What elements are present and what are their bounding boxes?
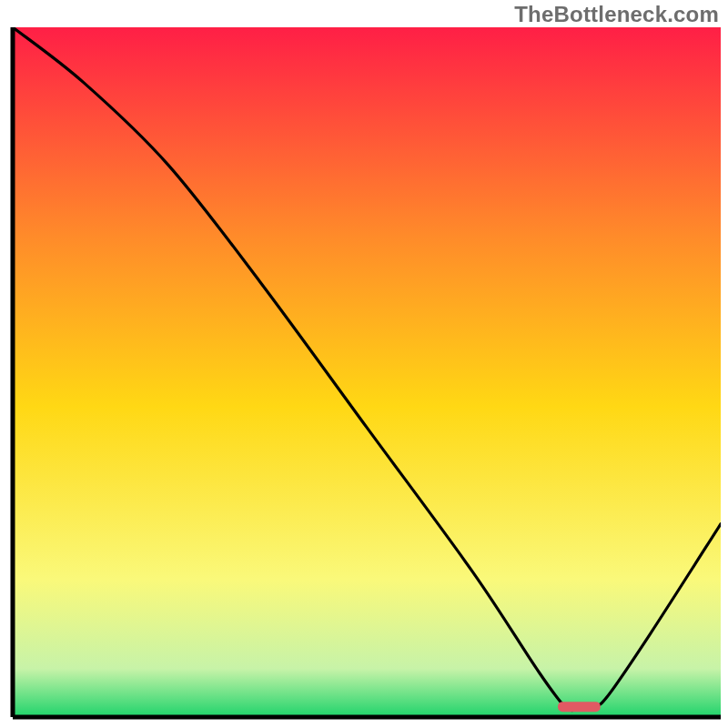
minimum-marker [558,702,601,712]
plot-background [13,27,721,717]
chart-container: TheBottleneck.com [0,0,728,728]
chart-svg [7,27,721,723]
watermark-text: TheBottleneck.com [514,2,719,27]
